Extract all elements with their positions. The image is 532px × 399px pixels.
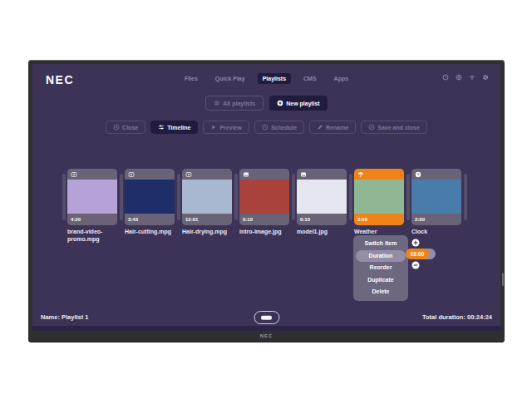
drop-indicator-handle[interactable] bbox=[349, 174, 352, 220]
umbrella-icon bbox=[357, 171, 364, 178]
timeline-item-clock[interactable]: 2:00Clock bbox=[411, 169, 461, 236]
duration-value-field[interactable]: 03:00 bbox=[406, 249, 436, 259]
all-playlists-label: All playlists bbox=[223, 101, 255, 106]
drop-indicator-handle[interactable] bbox=[234, 174, 238, 220]
card-duration: 12:01 bbox=[182, 214, 232, 225]
collapse-handle-button[interactable] bbox=[254, 311, 279, 324]
drop-indicator-handle[interactable] bbox=[464, 174, 467, 220]
card-filename: intro-image.jpg bbox=[239, 229, 294, 236]
card-duration: 3:43 bbox=[125, 214, 175, 225]
pencil-icon bbox=[317, 124, 323, 131]
card-thumbnail bbox=[239, 180, 289, 214]
media-card[interactable]: 2:00 bbox=[354, 169, 404, 225]
film-icon bbox=[185, 171, 192, 178]
media-card[interactable]: 2:00 bbox=[411, 169, 461, 225]
tab-quick-play[interactable]: Quick Play bbox=[210, 73, 250, 84]
menu-item-delete[interactable]: Delete bbox=[353, 286, 408, 298]
menu-item-switch-item[interactable]: Switch item bbox=[353, 238, 408, 250]
card-thumbnail bbox=[411, 180, 461, 214]
timeline-toolbar: CloseTimelinePreviewScheduleRenameSave a… bbox=[32, 121, 500, 134]
drop-indicator-handle[interactable] bbox=[292, 174, 295, 220]
total-duration: Total duration: 00:24:24 bbox=[422, 313, 492, 321]
tab-playlists[interactable]: Playlists bbox=[258, 73, 291, 84]
schedule-button[interactable]: Schedule bbox=[254, 121, 304, 134]
duration-value[interactable]: 03:00 bbox=[406, 249, 429, 259]
button-label: Close bbox=[122, 125, 138, 131]
drop-indicator-handle[interactable] bbox=[406, 174, 410, 220]
card-filename: model1.jpg bbox=[297, 229, 352, 236]
timeline-item-model1.jpg[interactable]: 0:10model1.jpg bbox=[297, 169, 347, 236]
monitor-bezel: NEC FilesQuick PlayPlaylistsCMSApps All … bbox=[28, 60, 505, 342]
card-header bbox=[411, 169, 461, 180]
menu-item-reorder[interactable]: Reorder bbox=[353, 262, 408, 274]
plus-circle-icon bbox=[277, 100, 283, 106]
card-header bbox=[239, 169, 289, 180]
clock-icon[interactable] bbox=[442, 74, 449, 81]
clock-filled-icon bbox=[415, 171, 421, 178]
media-card[interactable]: 4:20 bbox=[67, 169, 117, 225]
status-icon-group bbox=[442, 74, 489, 81]
card-thumbnail bbox=[182, 180, 232, 214]
tab-files[interactable]: Files bbox=[180, 73, 203, 84]
media-card[interactable]: 0:10 bbox=[297, 169, 347, 225]
drop-indicator-handle[interactable] bbox=[62, 174, 66, 220]
button-label: Rename bbox=[326, 125, 348, 131]
drop-indicator-handle[interactable] bbox=[177, 174, 180, 220]
new-playlist-button[interactable]: New playlist bbox=[269, 96, 327, 111]
media-card[interactable]: 12:01 bbox=[182, 169, 232, 225]
card-header bbox=[297, 169, 347, 180]
drop-indicator-handle[interactable] bbox=[120, 174, 123, 220]
card-filename: Clock bbox=[411, 229, 466, 236]
playlist-name: Name: Playlist 1 bbox=[41, 313, 89, 321]
card-duration: 2:00 bbox=[411, 214, 461, 225]
media-card[interactable]: 0:10 bbox=[239, 169, 289, 225]
rename-button[interactable]: Rename bbox=[309, 121, 356, 134]
card-header bbox=[354, 169, 404, 180]
card-duration: 4:20 bbox=[67, 214, 117, 225]
photo-icon bbox=[300, 171, 307, 178]
film-icon bbox=[71, 171, 77, 178]
timeline-item-weather[interactable]: 2:00Weather bbox=[354, 169, 404, 236]
new-playlist-label: New playlist bbox=[286, 101, 319, 106]
bezel-nec-label: NEC bbox=[28, 331, 505, 341]
timeline-button[interactable]: Timeline bbox=[150, 121, 198, 134]
gear-icon[interactable] bbox=[482, 74, 489, 81]
timeline-strip: 4:20brand-video-promo.mpg3:43Hair-cuttin… bbox=[60, 169, 469, 243]
media-card[interactable]: 3:43 bbox=[125, 169, 175, 225]
item-context-menu: Switch itemDurationReorderDuplicateDelet… bbox=[353, 235, 408, 301]
card-thumbnail bbox=[67, 180, 117, 214]
button-label: Schedule bbox=[271, 125, 297, 131]
tab-cms[interactable]: CMS bbox=[298, 73, 322, 84]
bezel-control-stick[interactable] bbox=[502, 273, 504, 286]
button-label: Preview bbox=[219, 125, 241, 131]
globe-icon[interactable] bbox=[456, 74, 462, 81]
menu-item-duplicate[interactable]: Duplicate bbox=[353, 274, 408, 287]
duration-decrease-button[interactable] bbox=[411, 261, 420, 269]
card-thumbnail bbox=[354, 180, 404, 214]
menu-item-duration[interactable]: Duration bbox=[356, 250, 406, 263]
save-and-close-button[interactable]: Save and close bbox=[361, 121, 427, 134]
preview-button[interactable]: Preview bbox=[203, 121, 249, 134]
tab-apps[interactable]: Apps bbox=[329, 73, 354, 84]
film-icon bbox=[128, 171, 135, 178]
card-filename: brand-video-promo.mpg bbox=[67, 229, 122, 243]
check-circle-icon bbox=[368, 124, 375, 131]
button-label: Timeline bbox=[167, 125, 190, 131]
timeline-item-hair-cutting.mpg[interactable]: 3:43Hair-cutting.mpg bbox=[125, 169, 175, 236]
wifi-icon[interactable] bbox=[469, 74, 475, 81]
hamburger-icon bbox=[214, 100, 220, 106]
timeline-item-intro-image.jpg[interactable]: 0:10intro-image.jpg bbox=[239, 169, 289, 236]
main-nav: FilesQuick PlayPlaylistsCMSApps bbox=[32, 73, 500, 84]
timeline-item-brand-video-promo.mpg[interactable]: 4:20brand-video-promo.mpg bbox=[67, 169, 117, 243]
play-icon bbox=[210, 124, 217, 131]
card-duration: 0:10 bbox=[297, 214, 347, 225]
close-button[interactable]: Close bbox=[106, 121, 145, 134]
duration-increase-button[interactable] bbox=[411, 239, 420, 247]
card-filename: Hair-drying.mpg bbox=[182, 229, 237, 236]
timeline-item-hair-drying.mpg[interactable]: 12:01Hair-drying.mpg bbox=[182, 169, 232, 236]
all-playlists-button[interactable]: All playlists bbox=[205, 96, 264, 111]
bottom-bar: Name: Playlist 1 Total duration: 00:24:2… bbox=[32, 310, 500, 325]
card-filename: Hair-cutting.mpg bbox=[125, 229, 180, 236]
card-header bbox=[125, 169, 175, 180]
card-thumbnail bbox=[297, 180, 347, 214]
